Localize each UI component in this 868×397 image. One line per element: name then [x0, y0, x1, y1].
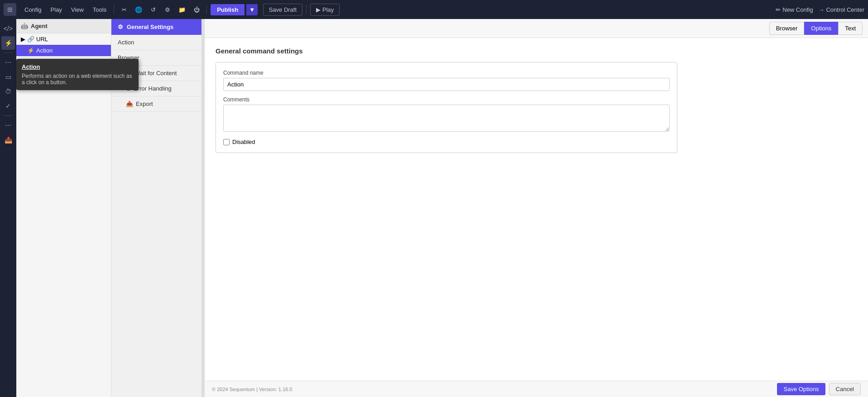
- options-btn[interactable]: Options: [804, 22, 838, 35]
- new-config-label: New Config: [782, 6, 813, 13]
- folder-icon[interactable]: 📁: [176, 3, 188, 16]
- tree-panel-header: 🤖 Agent: [16, 19, 111, 33]
- url-icon: 🔗: [27, 36, 34, 43]
- menu-config[interactable]: Config: [21, 5, 45, 15]
- main-layout: </> ⚡ ⋯ ▭ ⏱ ✓ ⋯ 📤 🤖 Agent ▶ 🔗 URL ⚡ Acti…: [0, 19, 868, 397]
- command-name-input[interactable]: [223, 78, 670, 91]
- content-area: Browser Options Text General command set…: [205, 19, 868, 397]
- scissors-icon[interactable]: ✂: [118, 3, 130, 16]
- agent-icon: 🤖: [21, 23, 28, 29]
- expand-icon: ▶: [21, 36, 25, 43]
- disabled-row: Disabled: [223, 139, 670, 145]
- version-text: © 2024 Sequentum | Version: 1.16.0: [212, 387, 292, 392]
- control-center-icon: →: [818, 6, 824, 13]
- new-config-icon: ✏: [776, 6, 781, 13]
- agent-label: Agent: [31, 23, 48, 29]
- action-tree-label: Action: [36, 47, 53, 54]
- disabled-label: Disabled: [232, 139, 255, 145]
- export-menu-label: Export: [136, 100, 153, 107]
- globe-icon[interactable]: 🌐: [132, 3, 145, 16]
- general-settings-label: General Settings: [127, 24, 173, 30]
- bottom-bar: © 2024 Sequentum | Version: 1.16.0 Save …: [205, 381, 868, 397]
- section-title: General command settings: [216, 47, 857, 55]
- content-body: General command settings Command name Co…: [205, 38, 868, 381]
- play-icon: ▶: [316, 6, 321, 13]
- error-label: Error Handling: [134, 85, 172, 92]
- sidebar-timer-icon[interactable]: ⏱: [1, 85, 15, 98]
- power-icon[interactable]: ⏻: [190, 3, 203, 16]
- sidebar-divider-2: [4, 115, 13, 116]
- cancel-button[interactable]: Cancel: [829, 383, 861, 395]
- sidebar-export-icon[interactable]: 📤: [1, 133, 15, 147]
- play-button[interactable]: ▶ Play: [310, 4, 340, 16]
- url-label: URL: [36, 36, 48, 43]
- publish-button[interactable]: Publish: [211, 4, 245, 15]
- tooltip-popup: Action Performs an action on a web eleme…: [16, 59, 139, 90]
- app-logo: ⊞: [4, 3, 16, 16]
- menu-play[interactable]: Play: [47, 5, 66, 15]
- divider-1: [114, 5, 114, 14]
- export-menu-icon: 📤: [126, 100, 133, 107]
- tree-item-url[interactable]: ▶ 🔗 URL: [16, 33, 111, 45]
- icon-sidebar: </> ⚡ ⋯ ▭ ⏱ ✓ ⋯ 📤: [0, 19, 16, 397]
- browser-btn[interactable]: Browser: [769, 22, 805, 35]
- comments-textarea[interactable]: [223, 105, 670, 132]
- divider-3: [306, 5, 307, 14]
- command-name-group: Command name: [223, 70, 670, 91]
- sidebar-divider-1: [4, 53, 13, 53]
- sidebar-ellipsis-icon[interactable]: ⋯: [1, 119, 15, 132]
- content-topbar: Browser Options Text: [205, 19, 868, 38]
- topbar: ⊞ Config Play View Tools ✂ 🌐 ↺ ⚙ 📁 ⏻ Pub…: [0, 0, 868, 19]
- browser-options-group: Browser Options Text: [769, 22, 863, 35]
- save-draft-button[interactable]: Save Draft: [263, 4, 302, 16]
- tooltip-title: Action: [22, 63, 133, 70]
- sidebar-dots-icon[interactable]: ⋯: [1, 56, 15, 69]
- save-options-button[interactable]: Save Options: [777, 383, 825, 395]
- control-center-label: Control Center: [826, 6, 864, 13]
- new-config-link[interactable]: ✏ New Config: [776, 6, 813, 13]
- topbar-right: ✏ New Config → Control Center: [776, 6, 864, 13]
- menu-tools[interactable]: Tools: [89, 5, 110, 15]
- play-label: Play: [322, 6, 334, 13]
- refresh-icon[interactable]: ↺: [147, 3, 159, 16]
- control-center-link[interactable]: → Control Center: [818, 6, 864, 13]
- disabled-checkbox[interactable]: [223, 139, 230, 145]
- text-btn[interactable]: Text: [838, 22, 863, 35]
- general-settings-icon: ⚙: [118, 24, 123, 30]
- tree-item-action[interactable]: ⚡ Action: [16, 45, 111, 56]
- tooltip-description: Performs an action on a web element such…: [22, 73, 133, 86]
- gear-icon[interactable]: ⚙: [161, 3, 174, 16]
- config-menu-export[interactable]: 📤 Export: [111, 96, 201, 112]
- comments-group: Comments: [223, 96, 670, 133]
- sidebar-layout-icon[interactable]: ▭: [1, 70, 15, 84]
- comments-label: Comments: [223, 96, 670, 103]
- action-tree-icon: ⚡: [27, 47, 34, 54]
- publish-dropdown-button[interactable]: ▼: [246, 4, 258, 15]
- sidebar-code-icon[interactable]: </>: [1, 22, 15, 35]
- bottom-actions: Save Options Cancel: [777, 383, 861, 395]
- settings-card: Command name Comments Disabled: [216, 62, 677, 153]
- menu-view[interactable]: View: [67, 5, 87, 15]
- command-name-label: Command name: [223, 70, 670, 76]
- sidebar-action-icon[interactable]: ⚡: [1, 36, 15, 50]
- wait-label: Wait for Content: [134, 70, 177, 77]
- sidebar-check-icon[interactable]: ✓: [1, 99, 15, 113]
- config-menu-action[interactable]: Action: [111, 35, 201, 50]
- divider-2: [206, 5, 207, 14]
- general-settings-btn[interactable]: ⚙ General Settings: [111, 19, 201, 35]
